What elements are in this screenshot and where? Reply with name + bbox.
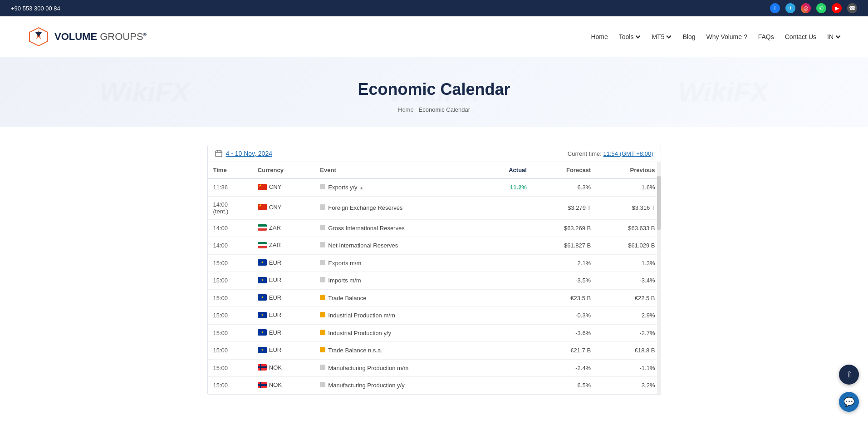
cell-previous: 3.2% xyxy=(596,377,660,395)
nav-tools[interactable]: Tools xyxy=(619,33,641,40)
impact-indicator xyxy=(320,382,325,387)
cell-time: 11:36 xyxy=(208,178,252,196)
cell-event: Exports y/y▲ xyxy=(314,178,483,196)
cell-actual xyxy=(483,219,532,237)
cell-actual xyxy=(483,272,532,290)
cell-previous: €18.8 B xyxy=(596,342,660,360)
whatsapp-icon[interactable]: ✆ xyxy=(816,3,826,13)
facebook-icon[interactable]: f xyxy=(770,3,780,13)
calendar-container: 4 - 10 Nov, 2024 Current time: 11:54 (GM… xyxy=(198,145,670,395)
cell-event: Foreign Exchange Reserves xyxy=(314,196,483,219)
cell-currency: EUR xyxy=(252,342,315,360)
breadcrumb-home[interactable]: Home xyxy=(398,106,414,113)
nav-mt5[interactable]: MT5 xyxy=(652,33,672,40)
eur-flag-icon xyxy=(258,277,267,283)
scrollbar[interactable] xyxy=(657,162,661,395)
cell-currency: EUR xyxy=(252,272,315,290)
nav-why-volume[interactable]: Why Volume ? xyxy=(706,33,747,40)
cell-previous: 1.6% xyxy=(596,178,660,196)
cell-currency: EUR xyxy=(252,254,315,272)
cell-event: Manufacturing Production y/y xyxy=(314,377,483,395)
col-currency: Currency xyxy=(252,162,315,178)
eur-flag-icon xyxy=(258,329,267,336)
cell-forecast: $3.279 T xyxy=(532,196,596,219)
mt5-chevron-icon xyxy=(666,34,672,40)
table-row[interactable]: 14:00ZARGross International Reserves$63.… xyxy=(208,219,661,237)
table-row[interactable]: 15:00NOKManufacturing Production y/y6.5%… xyxy=(208,377,661,395)
breadcrumb-current: Economic Calendar xyxy=(419,106,470,113)
table-row[interactable]: 15:00NOKManufacturing Production m/m-2.4… xyxy=(208,359,661,377)
cell-forecast: 2.1% xyxy=(532,254,596,272)
cell-time: 15:00 xyxy=(208,359,252,377)
cell-forecast: €23.5 B xyxy=(532,289,596,307)
lang-chevron-icon xyxy=(835,34,841,40)
table-row[interactable]: 15:00EURIndustrial Production m/m-0.3%2.… xyxy=(208,307,661,325)
table-row[interactable]: 14:00ZARNet International Reserves$61.82… xyxy=(208,237,661,255)
cell-event: Net International Reserves xyxy=(314,237,483,255)
cell-actual xyxy=(483,359,532,377)
cell-time: 15:00 xyxy=(208,289,252,307)
cny-flag-icon xyxy=(258,204,267,210)
scrollbar-thumb[interactable] xyxy=(657,176,661,230)
tools-chevron-icon xyxy=(635,34,641,40)
impact-indicator xyxy=(320,204,325,210)
phone-number[interactable]: +90 553 300 00 84 xyxy=(11,5,60,12)
table-row[interactable]: 15:00EURIndustrial Production y/y-3.6%-2… xyxy=(208,324,661,342)
cell-currency: CNY xyxy=(252,178,315,196)
nav-faqs[interactable]: FAQs xyxy=(758,33,774,40)
cell-forecast: $63.269 B xyxy=(532,219,596,237)
table-row[interactable]: 15:00EURTrade Balance n.s.a.€21.7 B€18.8… xyxy=(208,342,661,360)
phone-icon[interactable]: ☎ xyxy=(847,3,857,13)
cell-actual: 11.2% xyxy=(483,178,532,196)
nav-home[interactable]: Home xyxy=(591,33,608,40)
cell-currency: NOK xyxy=(252,359,315,377)
top-bar: +90 553 300 00 84 f ✈ ◎ ✆ ▶ ☎ xyxy=(0,0,868,16)
scroll-to-top-button[interactable]: ⇧ xyxy=(839,365,859,385)
language-selector[interactable]: IN xyxy=(827,33,841,40)
current-time-link[interactable]: 11:54 (GMT +8:00) xyxy=(603,150,653,157)
cell-time: 15:00 xyxy=(208,307,252,325)
cell-previous: $61.029 B xyxy=(596,237,660,255)
cell-previous: €22.5 B xyxy=(596,289,660,307)
cell-actual xyxy=(483,289,532,307)
cell-event: Industrial Production m/m xyxy=(314,307,483,325)
telegram-icon[interactable]: ✈ xyxy=(785,3,795,13)
cell-actual xyxy=(483,324,532,342)
table-row[interactable]: 15:00EURTrade Balance€23.5 B€22.5 B xyxy=(208,289,661,307)
zar-flag-icon xyxy=(258,224,267,231)
table-row[interactable]: 15:00EURExports m/m2.1%1.3% xyxy=(208,254,661,272)
impact-indicator xyxy=(320,225,325,230)
current-time: Current time: 11:54 (GMT +8:00) xyxy=(568,150,653,157)
cell-event: Manufacturing Production m/m xyxy=(314,359,483,377)
col-event: Event xyxy=(314,162,483,178)
col-time: Time xyxy=(208,162,252,178)
eur-flag-icon xyxy=(258,294,267,301)
cell-previous: -1.1% xyxy=(596,359,660,377)
chat-button[interactable]: 💬 xyxy=(839,392,859,412)
logo[interactable]: VOLUME GROUPS® xyxy=(27,25,147,48)
cell-currency: ZAR xyxy=(252,237,315,255)
cell-event: Exports m/m xyxy=(314,254,483,272)
table-row[interactable]: 15:00EURImports m/m-3.5%-3.4% xyxy=(208,272,661,290)
table-row[interactable]: 11:36CNYExports y/y▲11.2%6.3%1.6% xyxy=(208,178,661,196)
table-row[interactable]: 14:00 (tent.)CNYForeign Exchange Reserve… xyxy=(208,196,661,219)
cell-time: 15:00 xyxy=(208,377,252,395)
cell-time: 15:00 xyxy=(208,324,252,342)
nav-contact-us[interactable]: Contact Us xyxy=(785,33,816,40)
date-range-link[interactable]: 4 - 10 Nov, 2024 xyxy=(226,150,272,157)
cell-event: Gross International Reserves xyxy=(314,219,483,237)
youtube-icon[interactable]: ▶ xyxy=(832,3,842,13)
cell-previous: $63.633 B xyxy=(596,219,660,237)
cell-event: Trade Balance n.s.a. xyxy=(314,342,483,360)
svg-rect-3 xyxy=(216,151,222,157)
cell-actual xyxy=(483,307,532,325)
nav-blog[interactable]: Blog xyxy=(682,33,695,40)
instagram-icon[interactable]: ◎ xyxy=(801,3,811,13)
cell-previous: -2.7% xyxy=(596,324,660,342)
cell-forecast: $61.827 B xyxy=(532,237,596,255)
cell-forecast: 6.5% xyxy=(532,377,596,395)
cell-forecast: -0.3% xyxy=(532,307,596,325)
cell-forecast: €21.7 B xyxy=(532,342,596,360)
impact-indicator xyxy=(320,295,325,300)
impact-indicator xyxy=(320,347,325,352)
